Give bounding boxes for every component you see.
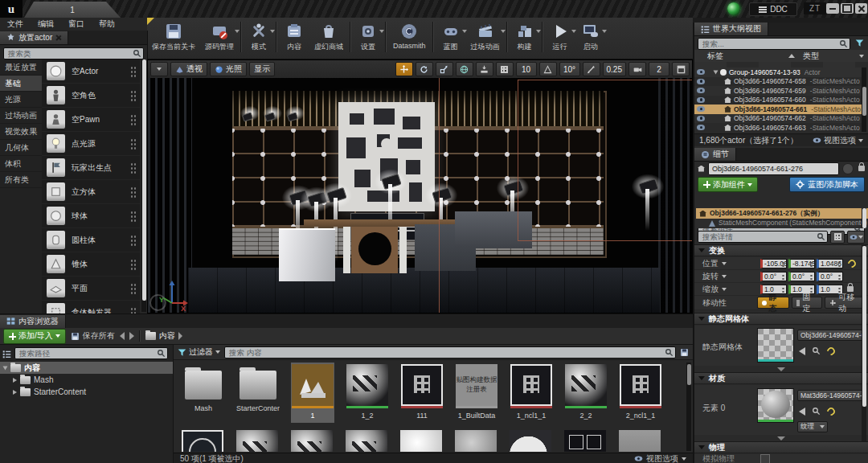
camera-speed-button[interactable] [628,62,646,76]
menu-help[interactable]: 帮助 [92,18,122,30]
reset-icon[interactable] [846,257,858,268]
place-item-plane[interactable]: 平面 [42,277,140,301]
tab-close-icon[interactable] [55,35,61,40]
asset-thumb-partial[interactable] [236,430,278,452]
category-vfx[interactable]: 视觉效果 [0,124,42,140]
mobility-stationary-button[interactable]: 固定 [792,297,823,309]
details-scrollbar[interactable] [862,244,866,441]
location-x-field[interactable]: -105.06 [760,259,787,268]
menu-window[interactable]: 窗口 [61,18,92,30]
outliner-search-input[interactable] [698,38,850,50]
outliner-row[interactable]: Obj3d66-14960574-663-StaticMeshActo [694,123,864,133]
static-mesh-thumbnail[interactable] [757,328,794,363]
rotation-x-field[interactable]: 0.0° [760,272,787,281]
use-selected-icon[interactable] [799,347,805,355]
place-item-point-light[interactable]: 点光源 [42,132,140,156]
asset-builtdata[interactable]: 贴图构建数据 注册表1_BuiltData [455,364,498,420]
static-mesh-dropdown[interactable]: Obj3d66-14960574-6( [797,330,865,341]
asset-texture-111[interactable]: 111 [400,364,444,420]
outliner-row-group[interactable]: Group-14960574-13-93Actor [694,68,864,77]
property-matrix-button[interactable] [830,231,845,244]
blueprint-add-script-button[interactable]: 蓝图/添加脚本 [789,177,865,192]
physics-section-header[interactable]: 物理 [694,441,868,453]
camera-speed-value[interactable]: 2 [649,62,669,76]
place-item-empty-pawn[interactable]: 空Pawn [42,108,140,132]
tree-item-startercontent[interactable]: StarterContent [0,386,173,398]
reset-icon[interactable] [825,405,837,416]
scale-snap-button[interactable] [583,62,600,76]
datasmith-button[interactable]: Datasmith [388,20,431,51]
asset-scrollbar[interactable] [686,363,691,451]
asset-texture-1ncl[interactable]: 1_ncl1_1 [510,364,553,420]
rotate-tool-button[interactable] [416,62,433,76]
col-label[interactable]: 标签 [694,51,788,62]
eye-icon[interactable] [697,97,705,103]
outliner-row[interactable]: Obj3d66-14960574-662-StaticMeshActo [694,114,864,124]
lock-icon[interactable] [858,166,865,171]
static-mesh-section-header[interactable]: 静态网格体 [694,313,868,325]
location-label[interactable]: 位置 [694,258,760,269]
close-button[interactable] [855,3,867,14]
content-search-input[interactable] [224,346,676,359]
source-control-button[interactable]: 源码管理 [200,20,239,54]
marketplace-button[interactable]: 虚幻商城 [309,20,348,54]
asset-texture-2ncl[interactable]: 2_ncl1_1 [619,364,662,420]
place-actors-tab[interactable]: 放置actor [0,31,68,44]
location-z-field[interactable]: 1.0486 [817,259,843,268]
reset-icon[interactable] [825,345,837,356]
static-mesh-expander[interactable] [694,366,868,372]
eye-icon[interactable] [697,106,705,112]
menu-file[interactable]: 文件 [0,18,31,30]
outliner-row[interactable]: Obj3d66-14960574-660-StaticMeshActo [694,96,864,105]
level-tab[interactable]: 1 [24,2,121,18]
save-search-icon[interactable] [680,348,689,357]
place-item-empty-character[interactable]: 空角色 [42,84,140,108]
lit-button[interactable]: 光照 [210,62,247,76]
world-outliner-tab[interactable]: 世界大纲视图 [694,23,768,35]
materials-expander[interactable] [694,435,868,441]
material-dropdown[interactable]: Mat3d66-14960574-24 [797,390,865,401]
place-item-box-trigger[interactable]: 盒体触发器 [42,301,140,313]
tree-item-mash[interactable]: Mash [0,374,173,386]
show-button[interactable]: 显示 [249,62,275,76]
browse-icon[interactable] [812,407,821,416]
outliner-scrollbar[interactable] [862,68,866,132]
blueprints-button[interactable]: 蓝图 [436,20,466,54]
browse-icon[interactable] [812,346,821,355]
asset-thumb-partial[interactable] [564,430,606,452]
eye-icon[interactable] [697,125,705,130]
outliner-row[interactable]: Obj3d66-14960574-659-StaticMeshActo [694,86,864,96]
place-item-player-start[interactable]: 玩家出生点 [42,156,140,180]
place-item-cube[interactable]: 立方体 [42,180,140,204]
transform-section-header[interactable]: 变换 [694,244,868,256]
category-basic[interactable]: 基础 [0,76,42,92]
filters-button[interactable]: 过滤器 [178,346,220,358]
category-geometry[interactable]: 几何体 [0,140,42,156]
category-volumes[interactable]: 体积 [0,156,42,172]
place-item-cone[interactable]: 锥体 [42,252,140,277]
scale-label[interactable]: 缩放 [694,284,760,295]
menu-edit[interactable]: 编辑 [31,18,61,30]
cb-view-options-button[interactable]: 视图选项 [634,453,686,463]
type-filter-icon[interactable] [859,55,864,58]
content-button[interactable]: 内容 [279,20,309,54]
actor-name-field[interactable] [708,162,839,175]
asset-material-2-2[interactable]: 2_2 [564,364,608,420]
grid-snap-button[interactable] [496,62,514,76]
sources-toggle-icon[interactable] [2,350,11,359]
category-all[interactable]: 所有类 [0,172,42,188]
asset-thumb-partial[interactable] [291,430,333,452]
back-icon[interactable] [120,332,125,340]
eye-icon[interactable] [697,88,705,93]
textures-button[interactable]: 纹理 [797,421,828,432]
asset-thumb-partial[interactable] [619,430,661,452]
asset-material-1-2[interactable]: 1_2 [346,364,389,420]
expand-icon[interactable] [13,378,17,383]
breadcrumb[interactable]: 内容 [145,330,182,342]
component-instance-row[interactable]: Obj3d66-14960574-661-276（实例） [696,208,868,219]
asset-thumb-partial[interactable] [455,430,497,452]
asset-thumb-partial[interactable] [346,430,387,452]
move-tool-button[interactable] [395,62,413,76]
expand-icon[interactable] [714,70,719,74]
eye-icon[interactable] [697,116,705,121]
